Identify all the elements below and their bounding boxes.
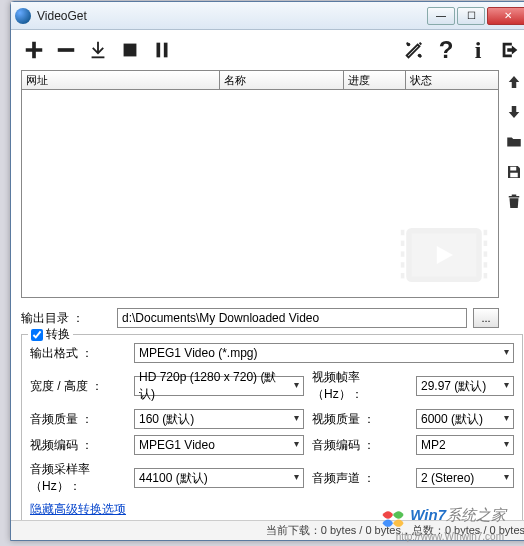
pause-button[interactable]: [149, 35, 175, 65]
output-dir-row: 输出目录 ： ...: [21, 308, 499, 328]
film-watermark-icon: [396, 219, 492, 291]
svg-rect-17: [484, 262, 488, 267]
col-status[interactable]: 状态: [406, 71, 498, 89]
main-toolbar: ? i: [11, 30, 524, 70]
app-window: VideoGet — ☐ ✕ ? i 网址 名称 进度 状态: [10, 1, 524, 541]
svg-point-6: [418, 54, 422, 58]
window-controls: — ☐ ✕: [427, 7, 524, 25]
format-select[interactable]: MPEG1 Video (*.mpg): [134, 343, 514, 363]
minimize-button[interactable]: —: [427, 7, 455, 25]
svg-rect-16: [484, 251, 488, 256]
watermark-url: http://www.Winwin7.com: [396, 531, 504, 542]
fps-label: 视频帧率（Hz）：: [312, 369, 408, 403]
remove-button[interactable]: [53, 35, 79, 65]
svg-rect-18: [484, 273, 488, 278]
convert-fieldset: 转换 输出格式 ： MPEG1 Video (*.mpg) 宽度 / 高度 ： …: [21, 334, 523, 531]
audio-codec-select[interactable]: MP2: [416, 435, 514, 455]
fps-select[interactable]: 29.97 (默认): [416, 376, 514, 396]
svg-rect-13: [401, 273, 405, 278]
save-button[interactable]: [503, 162, 524, 182]
grid-body[interactable]: [21, 90, 499, 298]
svg-rect-22: [509, 196, 520, 198]
svg-rect-14: [484, 230, 488, 235]
download-button[interactable]: [85, 35, 111, 65]
side-toolbar: [503, 70, 524, 212]
stop-button[interactable]: [117, 35, 143, 65]
delete-button[interactable]: [503, 192, 524, 212]
convert-legend-text: 转换: [46, 326, 70, 343]
help-button[interactable]: ?: [433, 35, 459, 65]
svg-rect-1: [92, 56, 105, 58]
size-select[interactable]: HD 720p (1280 x 720) (默认): [134, 376, 304, 396]
svg-rect-11: [401, 251, 405, 256]
window-title: VideoGet: [37, 9, 427, 23]
svg-rect-20: [510, 167, 516, 171]
sample-rate-label: 音频采样率（Hz）：: [30, 461, 126, 495]
info-button[interactable]: i: [465, 35, 491, 65]
video-quality-select[interactable]: 6000 (默认): [416, 409, 514, 429]
svg-rect-15: [484, 241, 488, 246]
move-up-button[interactable]: [503, 72, 524, 92]
svg-rect-9: [401, 230, 405, 235]
output-dir-input[interactable]: [117, 308, 467, 328]
sample-rate-select[interactable]: 44100 (默认): [134, 468, 304, 488]
svg-rect-4: [164, 43, 168, 58]
open-folder-button[interactable]: [503, 132, 524, 152]
toggle-advanced-link[interactable]: 隐藏高级转换选项: [30, 501, 126, 518]
settings-button[interactable]: [401, 35, 427, 65]
channels-label: 音频声道 ：: [312, 470, 408, 487]
svg-rect-2: [124, 44, 137, 57]
svg-rect-0: [58, 48, 75, 52]
exit-button[interactable]: [497, 35, 523, 65]
app-icon: [15, 8, 31, 24]
titlebar[interactable]: VideoGet — ☐ ✕: [11, 2, 524, 30]
content-area: 网址 名称 进度 状态: [11, 70, 524, 298]
convert-checkbox[interactable]: [31, 329, 43, 341]
size-label: 宽度 / 高度 ：: [30, 378, 126, 395]
move-down-button[interactable]: [503, 102, 524, 122]
svg-rect-12: [401, 262, 405, 267]
format-label: 输出格式 ：: [30, 345, 126, 362]
audio-quality-select[interactable]: 160 (默认): [134, 409, 304, 429]
svg-rect-21: [510, 173, 518, 178]
audio-codec-label: 音频编码 ：: [312, 437, 408, 454]
browse-button[interactable]: ...: [473, 308, 499, 328]
col-url[interactable]: 网址: [22, 71, 220, 89]
video-quality-label: 视频质量 ：: [312, 411, 408, 428]
output-dir-label: 输出目录 ：: [21, 310, 111, 327]
svg-rect-23: [512, 195, 517, 197]
svg-rect-3: [157, 43, 161, 58]
col-progress[interactable]: 进度: [344, 71, 406, 89]
grid-header: 网址 名称 进度 状态: [21, 70, 499, 90]
convert-legend: 转换: [28, 326, 73, 343]
svg-rect-10: [401, 241, 405, 246]
close-button[interactable]: ✕: [487, 7, 524, 25]
col-name[interactable]: 名称: [220, 71, 344, 89]
audio-quality-label: 音频质量 ：: [30, 411, 126, 428]
channels-select[interactable]: 2 (Stereo): [416, 468, 514, 488]
add-button[interactable]: [21, 35, 47, 65]
svg-point-5: [407, 43, 411, 47]
video-codec-label: 视频编码 ：: [30, 437, 126, 454]
maximize-button[interactable]: ☐: [457, 7, 485, 25]
video-codec-select[interactable]: MPEG1 Video: [134, 435, 304, 455]
